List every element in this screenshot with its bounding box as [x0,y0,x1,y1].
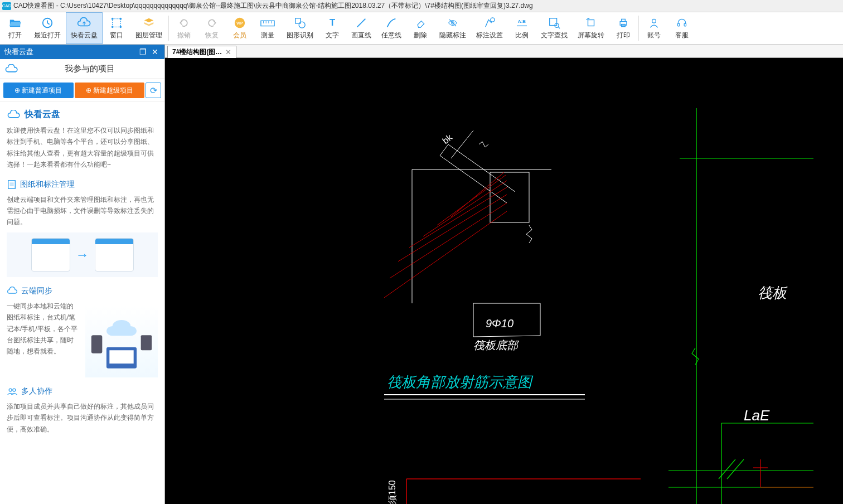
svg-line-56 [423,181,507,236]
svg-rect-37 [91,335,103,353]
panel-header: 快看云盘 ❐ ✕ [0,45,164,59]
scale-button[interactable]: A:B 比例 [508,12,536,44]
svg-line-58 [451,172,504,217]
panel-tabs: 我参与的项目 [0,59,164,79]
svg-point-19 [491,18,495,22]
eye-off-icon [445,16,461,30]
svg-line-54 [398,195,507,261]
promo-manage-image: → [7,232,158,277]
text-find-button[interactable]: 文字查找 [536,12,573,44]
panel-body[interactable]: 快看云盘 欢迎使用快看云盘！在这里您不仅可以同步图纸和标注到手机、电脑等各个平台… [0,102,164,504]
svg-rect-31 [684,23,686,26]
freeline-button[interactable]: 任意线 [376,12,406,44]
window-button[interactable]: 窗口 [103,12,130,44]
close-tab-button[interactable]: ✕ [225,48,231,56]
svg-point-4 [112,26,114,28]
document-tab[interactable]: 7#楼结构图(图… ✕ [167,46,236,58]
lae-label: LaE [744,407,770,424]
history-icon [40,16,55,30]
svg-text:A:B: A:B [518,19,526,24]
text-icon: T [324,16,340,30]
svg-line-46 [473,336,540,337]
shape-icon [292,16,308,30]
app-icon: CAD [2,2,11,10]
svg-line-48 [440,156,507,203]
svg-line-70 [727,459,744,479]
mark-settings-button[interactable]: 标注设置 [471,12,508,44]
line-button[interactable]: 画直线 [346,12,376,44]
svg-rect-22 [550,18,557,26]
text-button[interactable]: T 文字 [318,12,346,44]
vip-button[interactable]: VIP 会员 [226,12,254,44]
svg-line-53 [390,203,507,278]
cloud-button[interactable]: 快看云盘 [66,12,103,44]
svg-rect-38 [141,335,152,350]
rotate-button[interactable]: 屏幕旋转 [573,12,609,44]
svg-point-14 [299,22,305,28]
new-super-project-button[interactable]: ⊕ 新建超级项目 [75,83,145,98]
svg-rect-26 [620,22,627,26]
dim-bk-text: bk [440,132,454,146]
undo-button[interactable]: 撤销 [170,12,198,44]
promo-sync-text: 一键同步本地和云端的图纸和标注，台式机/笔记本/手机/平板，各个平台图纸标注共享… [7,301,80,357]
tab-my-projects[interactable]: 我参与的项目 [19,64,160,74]
vbar-text: 须150 [387,480,397,504]
recent-button[interactable]: 最近打开 [29,12,66,44]
raft-label: 筏板 [758,284,788,301]
cloud-icon [4,64,19,74]
drawing-area: 7#楼结构图(图… ✕ [165,45,843,504]
ruler-icon [260,16,275,30]
hide-mark-button[interactable]: 隐藏标注 [434,12,471,44]
panel-close-button[interactable]: ✕ [150,47,160,57]
title-bar: CAD CAD快速看图 - C:\Users\10427\Desktop\qqq… [0,0,843,12]
user-icon [646,16,662,30]
redo-button[interactable]: 恢复 [198,12,226,44]
undo-icon [176,16,192,30]
svg-rect-25 [588,20,594,26]
pencil-icon [384,16,399,30]
promo-cloud-text: 欢迎使用快看云盘！在这里您不仅可以同步图纸和标注到手机、电脑等各个平台，还可以分… [7,125,158,171]
raft-bottom-text: 筏板底部 [473,339,520,351]
cloud-side-panel: 快看云盘 ❐ ✕ 我参与的项目 ⊕ 新建普通项目 ⊕ 新建超级项目 ⟳ 快看云盘… [0,45,165,504]
search-text-icon [546,16,562,30]
mark-settings-icon [482,16,497,30]
account-button[interactable]: 账号 [640,12,668,44]
svg-rect-32 [8,180,16,188]
svg-point-2 [112,18,114,20]
svg-rect-8 [261,21,274,26]
svg-line-52 [384,211,507,298]
svg-line-49 [448,144,515,192]
document-icon [7,180,17,190]
promo-sync-title: 云端同步 [7,286,158,296]
open-button[interactable]: 打开 [1,12,29,44]
print-button[interactable]: 打印 [609,12,637,44]
promo-cloud-title: 快看云盘 [7,109,158,120]
folder-open-icon [7,16,23,30]
eraser-icon [413,16,428,30]
layers-button[interactable]: 图层管理 [130,12,167,44]
svg-line-16 [357,19,366,27]
panel-actions: ⊕ 新建普通项目 ⊕ 新建超级项目 ⟳ [0,79,164,102]
svg-rect-47 [490,172,529,222]
shape-recognition-button[interactable]: 图形识别 [282,12,318,44]
svg-point-29 [652,19,656,23]
promo-manage-title: 图纸和标注管理 [7,180,158,190]
redo-icon [204,16,220,30]
cad-canvas[interactable]: bk 9Φ10 筏板底部 筏板角部放射筋示意图 须150 [165,58,843,504]
scale-icon: A:B [514,16,530,30]
document-tab-label: 7#楼结构图(图… [172,47,222,57]
svg-rect-27 [622,19,626,21]
svg-point-3 [120,18,122,20]
delete-button[interactable]: 删除 [406,12,434,44]
svg-text:VIP: VIP [236,21,243,26]
measure-button[interactable]: 测量 [254,12,282,44]
promo-manage-text: 创建云端项目和文件夹来管理图纸和标注，再也无需担心由于电脑损坏，文件误删等导致标… [7,194,158,228]
panel-detach-button[interactable]: ❐ [138,47,148,57]
refresh-button[interactable]: ⟳ [146,83,161,98]
svg-rect-36 [109,350,133,364]
team-icon [7,387,18,396]
svg-rect-30 [678,23,680,26]
document-tabs: 7#楼结构图(图… ✕ [165,45,843,58]
new-normal-project-button[interactable]: ⊕ 新建普通项目 [3,83,74,98]
service-button[interactable]: 客服 [668,12,696,44]
